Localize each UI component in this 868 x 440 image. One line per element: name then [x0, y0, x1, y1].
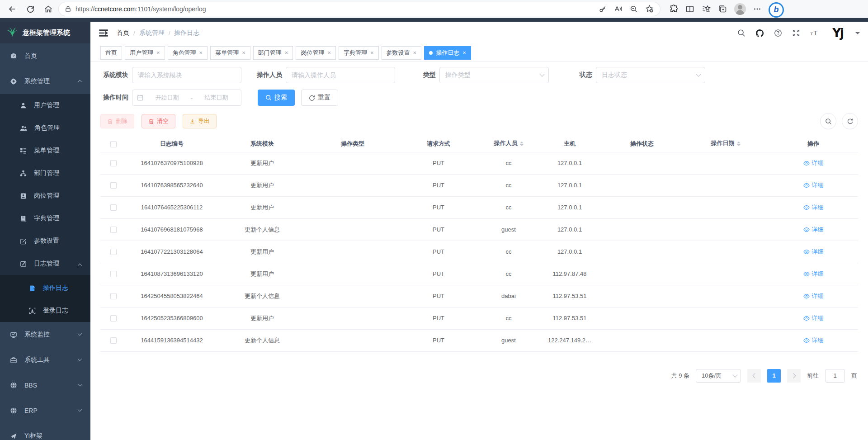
app-frame: 意框架管理系统 首页 系统管理 用户管理 角色管理 菜单管理 — [0, 22, 868, 440]
breadcrumb-home[interactable]: 首页 — [117, 29, 129, 37]
sidebar-item-parameters[interactable]: 参数设置 — [0, 230, 90, 252]
home-icon[interactable] — [41, 2, 56, 16]
clear-button[interactable]: 清空 — [142, 114, 175, 128]
zoom-out-icon[interactable] — [630, 5, 638, 13]
tab-dict-mgmt[interactable]: 字典管理× — [339, 46, 379, 60]
reset-button[interactable]: 重置 — [301, 90, 338, 106]
row-checkbox[interactable] — [110, 293, 117, 299]
column-header-operator[interactable]: 操作人员 — [479, 136, 538, 152]
row-checkbox[interactable] — [110, 182, 117, 189]
prev-page-button[interactable] — [747, 369, 761, 383]
row-checkbox[interactable] — [110, 160, 117, 166]
sidebar-item-users[interactable]: 用户管理 — [0, 94, 90, 117]
search-button[interactable]: 搜索 — [258, 90, 295, 106]
close-icon[interactable]: × — [199, 50, 203, 56]
close-icon[interactable]: × — [327, 50, 331, 56]
sidebar-item-monitoring[interactable]: 系统监控 — [0, 322, 90, 347]
cell-op-type — [307, 152, 398, 174]
github-icon[interactable] — [755, 29, 764, 38]
detail-link[interactable]: 详细 — [803, 248, 824, 256]
detail-link[interactable]: 详细 — [803, 203, 824, 212]
sidebar-item-login-log[interactable]: 登录日志 — [0, 299, 90, 322]
sidebar-item-tools[interactable]: 系统工具 — [0, 347, 90, 373]
delete-button[interactable]: 删除 — [100, 114, 134, 128]
sidebar-item-home[interactable]: 首页 — [0, 43, 90, 69]
row-checkbox[interactable] — [110, 249, 117, 255]
module-input[interactable] — [132, 67, 241, 83]
tab-operation-log[interactable]: 操作日志× — [424, 46, 471, 60]
operator-input[interactable] — [286, 67, 395, 83]
more-icon[interactable] — [753, 5, 761, 13]
tab-user-mgmt[interactable]: 用户管理× — [125, 46, 165, 60]
submenu-system: 用户管理 角色管理 菜单管理 部门管理 岗位管理 字典管理 — [0, 94, 90, 322]
detail-link[interactable]: 详细 — [803, 159, 824, 167]
collapse-sidebar-icon[interactable] — [99, 28, 108, 38]
font-size-icon[interactable]: TT — [810, 29, 820, 37]
user-logo[interactable]: Yj — [830, 25, 845, 41]
row-checkbox[interactable] — [110, 337, 117, 344]
sidebar-item-erp[interactable]: ERP — [0, 398, 90, 423]
back-icon[interactable] — [5, 2, 20, 16]
profile-avatar[interactable] — [734, 3, 746, 15]
sidebar-item-bbs[interactable]: BBS — [0, 373, 90, 398]
refresh-icon[interactable] — [23, 2, 38, 16]
address-bar[interactable]: https://ccnetcore.com:1101/system/log/op… — [59, 2, 660, 16]
sidebar-item-dictionary[interactable]: 字典管理 — [0, 207, 90, 230]
close-icon[interactable]: × — [242, 50, 245, 56]
row-checkbox[interactable] — [110, 271, 117, 277]
tab-menu-mgmt[interactable]: 菜单管理× — [210, 46, 250, 60]
row-checkbox[interactable] — [110, 315, 117, 322]
sidebar-item-yi-framework[interactable]: Yi框架 — [0, 423, 90, 440]
sort-carets-icon[interactable] — [520, 140, 524, 148]
key-icon[interactable] — [599, 5, 607, 13]
bing-chat-icon[interactable]: b — [769, 2, 784, 18]
extensions-icon[interactable] — [669, 5, 678, 14]
sidebar-item-logs[interactable]: 日志管理 — [0, 252, 90, 275]
export-button[interactable]: 导出 — [183, 114, 217, 128]
refresh-table-button[interactable] — [842, 113, 858, 129]
tab-param-settings[interactable]: 参数设置× — [382, 46, 422, 60]
sidebar-item-operation-log[interactable]: 操作日志 — [0, 277, 90, 299]
favorites-bar-icon[interactable] — [702, 5, 711, 14]
detail-link[interactable]: 详细 — [803, 336, 824, 345]
tab-home[interactable]: 首页 — [100, 46, 122, 60]
detail-link[interactable]: 详细 — [803, 292, 824, 300]
sidebar-item-system[interactable]: 系统管理 — [0, 69, 90, 94]
select-all-checkbox[interactable] — [110, 141, 117, 147]
status-select[interactable]: 日志状态 — [596, 67, 705, 83]
help-icon[interactable] — [774, 29, 782, 37]
column-header-date[interactable]: 操作日期 — [683, 136, 769, 152]
favorite-add-icon[interactable] — [645, 5, 654, 13]
detail-link[interactable]: 详细 — [803, 226, 824, 234]
type-select[interactable]: 操作类型 — [439, 67, 549, 83]
next-page-button[interactable] — [787, 369, 801, 383]
fullscreen-icon[interactable] — [792, 29, 800, 37]
close-icon[interactable]: × — [285, 50, 288, 56]
row-checkbox[interactable] — [110, 204, 117, 211]
detail-link[interactable]: 详细 — [803, 270, 824, 278]
tab-post-mgmt[interactable]: 岗位管理× — [296, 46, 336, 60]
close-icon[interactable]: × — [370, 50, 374, 56]
close-icon[interactable]: × — [462, 50, 466, 56]
tab-role-mgmt[interactable]: 角色管理× — [168, 46, 208, 60]
detail-link[interactable]: 详细 — [803, 181, 824, 189]
read-aloud-icon[interactable] — [614, 5, 623, 13]
toggle-search-button[interactable] — [820, 113, 836, 129]
search-icon[interactable] — [737, 29, 745, 37]
sidebar-item-posts[interactable]: 岗位管理 — [0, 185, 90, 207]
close-icon[interactable]: × — [156, 50, 160, 56]
sidebar-item-roles[interactable]: 角色管理 — [0, 117, 90, 139]
user-menu-caret-icon[interactable] — [855, 32, 860, 37]
split-screen-icon[interactable] — [685, 5, 694, 14]
date-range-picker[interactable]: 开始日期 - 结束日期 — [132, 90, 241, 106]
sidebar-item-departments[interactable]: 部门管理 — [0, 162, 90, 185]
detail-link[interactable]: 详细 — [803, 314, 824, 322]
sidebar-item-menus[interactable]: 菜单管理 — [0, 139, 90, 162]
collections-icon[interactable] — [718, 5, 727, 14]
goto-page-input[interactable] — [825, 369, 845, 383]
row-checkbox[interactable] — [110, 227, 117, 233]
page-size-select[interactable]: 10条/页 — [696, 369, 741, 383]
tab-dept-mgmt[interactable]: 部门管理× — [253, 46, 293, 60]
close-icon[interactable]: × — [413, 50, 417, 56]
sort-carets-icon[interactable] — [737, 140, 741, 148]
